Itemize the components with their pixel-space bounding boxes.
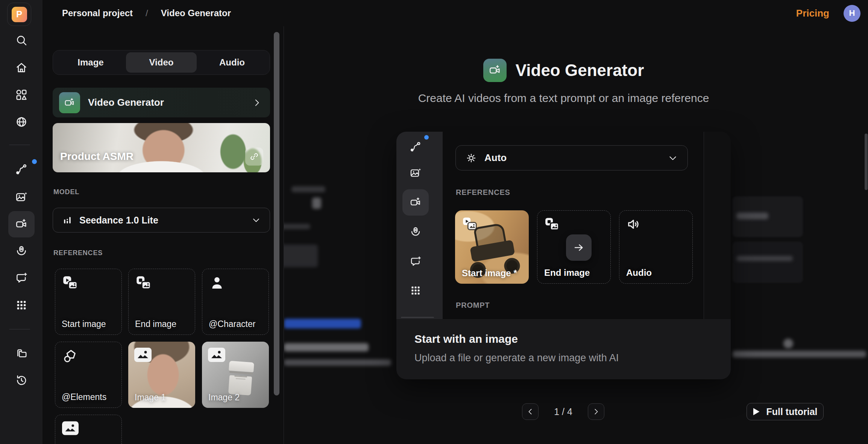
window-scrollbar[interactable] [865, 134, 868, 190]
chat-generate-icon [410, 255, 422, 268]
chevron-down-icon [668, 153, 678, 163]
model-section-label: MODEL [53, 188, 79, 196]
home-icon [15, 61, 28, 74]
character-icon [209, 275, 225, 291]
panel-scrollbar[interactable] [274, 32, 279, 395]
breadcrumb-current: Video Generator [161, 8, 231, 18]
carousel-next-button[interactable] [588, 403, 604, 420]
breadcrumb-separator: / [146, 8, 148, 18]
banner-photo [53, 123, 270, 172]
explore-button[interactable] [8, 109, 35, 135]
rail-divider [9, 144, 30, 145]
notification-dot [424, 135, 429, 140]
reference-tile-end-image[interactable]: End image [128, 269, 195, 335]
model-stats-icon [62, 215, 73, 225]
flow-icon [410, 141, 422, 153]
home-button[interactable] [8, 55, 35, 81]
projects-icon [15, 347, 28, 360]
app-logo[interactable]: P [7, 3, 31, 26]
grid-apps-icon [410, 285, 421, 296]
main-area: Video Generator Create AI videos from a … [284, 26, 868, 444]
product-asmr-banner[interactable]: Product ASMR [53, 123, 270, 172]
reference-tile-start-image[interactable]: Start image [55, 269, 122, 335]
end-image-icon [544, 217, 560, 233]
flow-button[interactable] [8, 156, 35, 182]
start-to-end-arrow-button [566, 234, 592, 261]
mini-rail-divider [401, 317, 434, 318]
video-generator-button[interactable] [8, 211, 35, 237]
arrow-right-icon [573, 242, 585, 254]
video-generator-hero-icon [483, 59, 507, 82]
video-generate-icon [15, 218, 28, 231]
tab-audio[interactable]: Audio [197, 52, 267, 73]
voice-button[interactable] [8, 238, 35, 264]
tile-label: Image 2 [208, 392, 240, 403]
tutorial-caption-subtitle: Upload a file or generate a new image wi… [414, 352, 619, 364]
image-generator-button[interactable] [8, 184, 35, 210]
banner-link-button[interactable] [245, 147, 263, 166]
tab-image[interactable]: Image [55, 52, 126, 73]
tutorial-card: Auto REFERENCES Start ima [396, 132, 731, 379]
chat-generate-icon [15, 272, 28, 284]
apps-grid-button[interactable] [8, 292, 35, 318]
search-button[interactable] [8, 27, 35, 53]
chat-generator-button[interactable] [8, 265, 35, 291]
tutorial-model-dropdown: Auto [455, 145, 688, 170]
end-image-icon [135, 275, 152, 292]
app-window: P [0, 0, 868, 444]
flow-icon [15, 163, 28, 176]
search-icon [15, 34, 28, 47]
video-generator-row[interactable]: Video Generator [53, 88, 270, 117]
photo-icon [62, 421, 79, 435]
mini-apps-item [402, 277, 429, 304]
tutorial-card-divider [704, 132, 704, 319]
assets-button[interactable] [8, 82, 35, 108]
history-icon [15, 374, 28, 387]
breadcrumb-project[interactable]: Personal project [62, 8, 133, 18]
tutorial-caption: Start with an image Upload a file or gen… [396, 319, 731, 379]
tile-label: Image 1 [135, 392, 166, 403]
reference-tile-character[interactable]: @Character [202, 269, 269, 335]
logo-letter: P [12, 7, 27, 22]
reference-tile-more[interactable] [55, 415, 122, 444]
tab-video[interactable]: Video [126, 52, 197, 73]
projects-button[interactable] [8, 340, 35, 366]
reference-tile-elements[interactable]: @Elements [55, 342, 122, 408]
voice-icon [410, 226, 422, 238]
tutorial-mini-content: Auto REFERENCES Start ima [443, 132, 704, 319]
tile-label: Start image [62, 319, 106, 329]
carousel-page-indicator: 1 / 4 [543, 403, 583, 420]
references-section-label: REFERENCES [53, 249, 103, 257]
generator-panel: Image Video Audio Video Generator Produc… [42, 26, 284, 444]
tile-label: @Character [209, 319, 255, 329]
play-icon [753, 408, 760, 416]
globe-icon [15, 116, 28, 128]
reference-tile-image-2[interactable]: Image 2 [202, 342, 269, 408]
image-generate-icon [15, 191, 28, 204]
tutorial-prompt-label: PROMPT [456, 301, 490, 310]
avatar[interactable]: H [844, 5, 860, 22]
gear-icon [466, 152, 477, 164]
chevron-left-icon [526, 408, 534, 416]
video-generator-row-label: Video Generator [88, 97, 164, 108]
history-button[interactable] [8, 367, 35, 394]
image-generate-icon [410, 167, 422, 179]
tile-label: @Elements [62, 392, 106, 402]
mini-image-item [402, 160, 429, 186]
grid-apps-icon [15, 299, 27, 311]
chevron-right-icon [592, 408, 600, 416]
carousel-prev-button[interactable] [522, 403, 539, 420]
pricing-link[interactable]: Pricing [796, 8, 829, 19]
voice-icon [15, 245, 28, 257]
reference-tile-image-1[interactable]: Image 1 [128, 342, 195, 408]
tutorial-audio-tile: Audio [619, 210, 693, 284]
start-image-icon [462, 216, 478, 232]
elements-icon [62, 348, 78, 364]
full-tutorial-label: Full tutorial [766, 406, 817, 417]
mini-chat-item [402, 248, 429, 275]
mini-flow-item [402, 134, 429, 160]
full-tutorial-button[interactable]: Full tutorial [747, 403, 824, 420]
model-dropdown[interactable]: Seedance 1.0 Lite [53, 208, 270, 233]
speaker-icon [626, 217, 641, 232]
tile-label: End image [544, 268, 590, 278]
